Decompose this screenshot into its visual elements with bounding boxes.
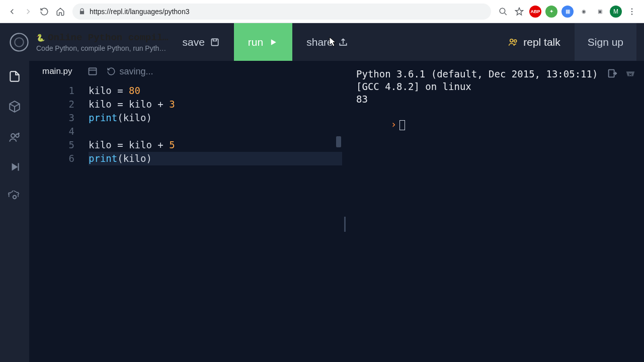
settings-icon[interactable] [8, 191, 21, 204]
save-icon [210, 37, 220, 47]
console-line: Python 3.6.1 (default, Dec 2015, 13:05:1… [356, 68, 635, 80]
pane-splitter[interactable] [342, 61, 347, 362]
svg-rect-11 [18, 163, 19, 170]
url-text: https://repl.it/languages/python3 [90, 8, 189, 16]
bookmark-star-icon[interactable] [511, 4, 527, 20]
zoom-icon[interactable] [495, 4, 511, 20]
home-button[interactable] [52, 4, 68, 20]
browser-toolbar: https://repl.it/languages/python3 ABP ✦ … [0, 0, 644, 23]
console-line: [GCC 4.8.2] on linux [356, 80, 635, 93]
svg-point-0 [500, 8, 505, 14]
svg-point-1 [631, 8, 633, 10]
code-line: 3print(kilo) [29, 111, 342, 125]
play-icon [268, 37, 278, 47]
code-line: 5kilo = kilo + 5 [29, 138, 342, 152]
editor-tabs: main.py saving... [29, 61, 342, 82]
svg-point-2 [631, 11, 633, 12]
cursor-icon [399, 120, 405, 130]
repl-talk-link[interactable]: repl talk [494, 23, 575, 61]
people-icon [508, 37, 518, 47]
files-icon[interactable] [8, 70, 21, 83]
share-button[interactable]: share [292, 23, 362, 61]
refresh-icon [107, 67, 116, 76]
extension-icon[interactable]: ▦ [561, 6, 574, 18]
app-header: 🐍 Online Python compiler, O… Code Python… [0, 23, 644, 61]
svg-point-3 [631, 13, 633, 15]
console-output: 83 [356, 93, 635, 106]
save-button[interactable]: save [169, 23, 234, 61]
code-line: 1kilo = 80 [29, 84, 342, 98]
reload-button[interactable] [36, 4, 52, 20]
profile-avatar[interactable]: M [610, 6, 622, 18]
adblock-extension-icon[interactable]: ABP [529, 6, 541, 18]
extension-icon[interactable]: ▣ [594, 6, 606, 18]
tab-main-py[interactable]: main.py [36, 63, 78, 79]
back-button[interactable] [4, 4, 20, 20]
clear-icon[interactable] [624, 68, 637, 79]
svg-point-7 [510, 39, 513, 42]
signup-button[interactable]: Sign up [575, 23, 636, 61]
logout-icon[interactable] [606, 68, 619, 79]
forward-button[interactable] [20, 4, 36, 20]
menu-button[interactable] [624, 4, 640, 20]
replit-logo[interactable] [8, 31, 30, 53]
console-pane[interactable]: Python 3.6.1 (default, Dec 2015, 13:05:1… [347, 61, 644, 362]
share-icon [338, 37, 348, 47]
title-block: 🐍 Online Python compiler, O… Code Python… [36, 32, 169, 52]
saving-status: saving... [107, 66, 153, 77]
run-button[interactable]: run [234, 23, 292, 61]
page-title: Online Python compiler, O… [48, 32, 169, 43]
svg-point-10 [16, 134, 19, 138]
prompt-icon: › [391, 119, 396, 130]
packages-icon[interactable] [8, 100, 21, 113]
extension-icon[interactable]: ◉ [578, 6, 590, 18]
scrollbar-thumb[interactable] [336, 136, 341, 147]
layout-icon[interactable] [88, 66, 98, 76]
code-editor[interactable]: 1kilo = 802kilo = kilo + 33print(kilo)45… [29, 82, 342, 362]
lock-icon [78, 8, 86, 15]
code-line: 6print(kilo) [29, 152, 342, 165]
code-line: 4 [29, 125, 342, 138]
python-icon: 🐍 [36, 34, 45, 42]
svg-point-5 [15, 38, 24, 47]
svg-point-8 [514, 40, 517, 42]
console-prompt-line: › [356, 106, 635, 143]
url-bar[interactable]: https://repl.it/languages/python3 [72, 4, 491, 20]
code-line: 2kilo = kilo + 3 [29, 98, 342, 111]
editor-pane: main.py saving... 1kilo = 802kilo = kilo… [29, 61, 342, 362]
app-body: main.py saving... 1kilo = 802kilo = kilo… [0, 61, 644, 362]
sidebar [0, 61, 29, 362]
extension-icon[interactable]: ✦ [545, 6, 557, 18]
svg-point-9 [11, 134, 15, 138]
svg-rect-6 [211, 39, 218, 45]
page-subtitle: Code Python, compile Python, run Python,… [36, 44, 169, 52]
svg-rect-13 [89, 68, 96, 74]
multiplayer-icon[interactable] [8, 130, 21, 143]
debugger-icon[interactable] [8, 160, 21, 173]
svg-point-12 [13, 196, 17, 199]
